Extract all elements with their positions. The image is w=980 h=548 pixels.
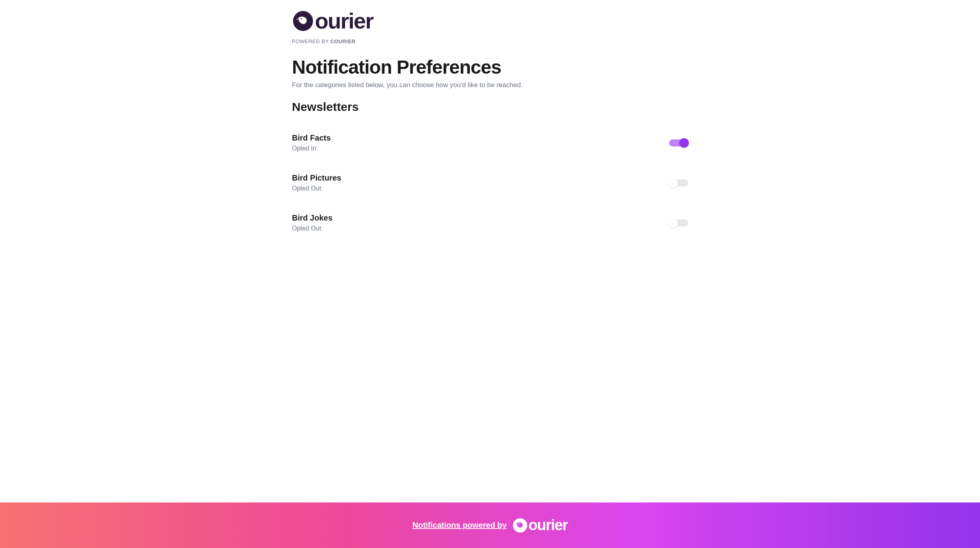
preference-status: Opted In xyxy=(292,145,669,152)
svg-point-1 xyxy=(301,18,302,19)
preference-info: Bird Facts Opted In xyxy=(292,133,669,152)
toggle-bird-facts[interactable] xyxy=(669,139,688,147)
preference-title: Bird Jokes xyxy=(292,213,669,223)
powered-by-label: POWERED BY COURIER xyxy=(292,38,688,44)
main-container: ourier POWERED BY COURIER Notification P… xyxy=(276,0,704,502)
toggle-knob xyxy=(679,138,689,148)
preference-title: Bird Pictures xyxy=(292,173,669,183)
brand-logo: ourier xyxy=(292,8,688,34)
preference-status: Opted Out xyxy=(292,225,669,232)
preferences-list: Bird Facts Opted In Bird Pictures Opted … xyxy=(292,126,688,246)
preference-status: Opted Out xyxy=(292,185,669,192)
page-title: Notification Preferences xyxy=(292,56,688,78)
footer-logo-text: ourier xyxy=(528,517,568,534)
preference-info: Bird Pictures Opted Out xyxy=(292,173,669,192)
footer: Notifications powered by ourier xyxy=(0,502,980,548)
toggle-bird-jokes[interactable] xyxy=(669,219,688,226)
courier-bird-icon xyxy=(512,518,528,533)
page-subtitle: For the categories listed below, you can… xyxy=(292,81,688,89)
preference-info: Bird Jokes Opted Out xyxy=(292,213,669,232)
preference-row-bird-jokes: Bird Jokes Opted Out xyxy=(292,206,688,246)
footer-powered-by-link[interactable]: Notifications powered by xyxy=(412,521,507,530)
powered-by-brand: COURIER xyxy=(330,38,355,44)
powered-by-prefix: POWERED BY xyxy=(292,38,330,44)
courier-bird-icon xyxy=(292,10,314,32)
logo-section: ourier POWERED BY COURIER xyxy=(292,8,688,44)
preference-title: Bird Facts xyxy=(292,133,669,143)
toggle-knob xyxy=(668,178,678,188)
toggle-bird-pictures[interactable] xyxy=(669,179,688,186)
preference-row-bird-pictures: Bird Pictures Opted Out xyxy=(292,166,688,206)
toggle-knob xyxy=(668,218,678,228)
preference-row-bird-facts: Bird Facts Opted In xyxy=(292,126,688,166)
section-title: Newsletters xyxy=(292,100,688,114)
svg-point-3 xyxy=(519,523,519,524)
footer-logo: ourier xyxy=(512,517,568,534)
brand-logo-text: ourier xyxy=(315,8,373,34)
